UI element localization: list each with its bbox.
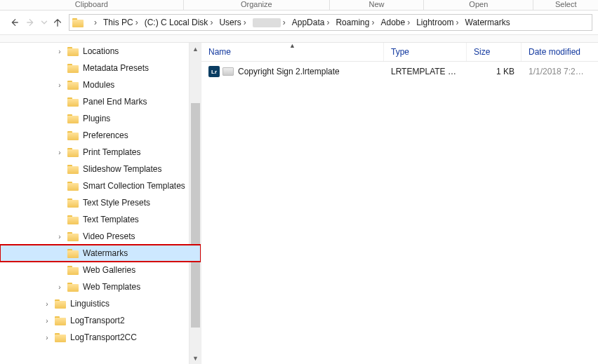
tree-item-linguistics[interactable]: ›Linguistics [0, 295, 201, 312]
scroll-thumb[interactable] [191, 103, 200, 328]
address-bar[interactable]: › This PC›(C:) C Local Disk›Users›User›A… [69, 14, 592, 31]
tree-scrollbar[interactable]: ▲ ▼ [189, 43, 201, 364]
tree-item-video-presets[interactable]: ›Video Presets [0, 228, 201, 245]
template-file-icon [222, 67, 234, 76]
breadcrumb-0[interactable]: This PC› [99, 15, 140, 30]
breadcrumb-5[interactable]: Roaming› [331, 15, 376, 30]
tree-item-locations[interactable]: ›Locations [0, 43, 201, 60]
expand-icon[interactable]: › [55, 233, 65, 241]
file-size: 1 KB [467, 67, 521, 76]
folder-tree[interactable]: ›LocationsMetadata Presets›ModulesPanel … [0, 43, 201, 364]
column-type[interactable]: Type [384, 43, 467, 61]
folder-icon [67, 97, 79, 107]
navigation-bar: › This PC›(C:) C Local Disk›Users›User›A… [0, 11, 598, 34]
ribbon-new[interactable]: New [330, 0, 423, 10]
column-date-label: Date modified [529, 47, 580, 57]
tree-item-text-templates[interactable]: Text Templates [0, 211, 201, 228]
breadcrumb-2[interactable]: Users› [215, 15, 248, 30]
tree-item-logtransport2cc[interactable]: ›LogTransport2CC [0, 329, 201, 346]
column-name[interactable]: ▲ Name [201, 43, 384, 61]
tree-item-label: Linguistics [70, 299, 109, 309]
tree-item-label: Panel End Marks [83, 97, 147, 107]
tree-item-smart-collection-templates[interactable]: Smart Collection Templates [0, 177, 201, 194]
breadcrumb-3[interactable]: User› [248, 15, 288, 30]
breadcrumb-7[interactable]: Lightroom› [412, 15, 460, 30]
breadcrumb-8[interactable]: Watermarks [461, 15, 512, 30]
folder-icon [67, 249, 79, 258]
tree-item-label: Print Templates [83, 147, 140, 157]
breadcrumb-6[interactable]: Adobe› [376, 15, 412, 30]
folder-icon [67, 81, 79, 90]
breadcrumb-label: Roaming [335, 18, 369, 27]
expand-icon[interactable]: › [42, 300, 52, 308]
breadcrumb-1[interactable]: (C:) C Local Disk› [140, 15, 215, 30]
tree-item-modules[interactable]: ›Modules [0, 76, 201, 93]
tree-item-label: Plugins [83, 114, 110, 123]
breadcrumb-4[interactable]: AppData› [288, 15, 332, 30]
scroll-up-button[interactable]: ▲ [190, 43, 201, 55]
up-button[interactable] [49, 14, 66, 31]
file-list: ▲ Name Type Size Date modified LrCopyrig… [201, 43, 598, 364]
ribbon-select[interactable]: Select [533, 0, 598, 10]
file-type: LRTEMPLATE File [384, 67, 467, 76]
expand-icon[interactable]: › [55, 149, 65, 156]
tree-item-label: Metadata Presets [83, 63, 149, 73]
tree-item-label: Smart Collection Templates [83, 181, 185, 191]
tree-item-label: Slideshow Templates [83, 164, 162, 174]
tree-item-metadata-presets[interactable]: Metadata Presets [0, 60, 201, 76]
scroll-down-button[interactable]: ▼ [190, 352, 201, 364]
main-area: ›LocationsMetadata Presets›ModulesPanel … [0, 43, 598, 364]
tree-item-web-templates[interactable]: ›Web Templates [0, 278, 201, 295]
tree-item-panel-end-marks[interactable]: Panel End Marks [0, 93, 201, 110]
breadcrumb-label: Watermarks [465, 18, 510, 27]
tree-item-label: LogTransport2CC [70, 332, 137, 342]
chevron-right-icon: › [456, 18, 459, 27]
expand-icon[interactable]: › [55, 283, 65, 291]
tree-item-watermarks[interactable]: Watermarks [0, 245, 201, 262]
tree-item-plugins[interactable]: Plugins [0, 110, 201, 127]
chevron-right-icon: › [283, 18, 286, 27]
forward-button[interactable] [22, 14, 39, 31]
back-button[interactable] [6, 14, 22, 31]
recent-dropdown[interactable] [39, 14, 49, 31]
chevron-right-icon: › [371, 18, 374, 27]
tree-item-preferences[interactable]: Preferences [0, 127, 201, 144]
expand-icon[interactable]: › [55, 48, 65, 55]
expand-icon[interactable]: › [55, 81, 65, 89]
ribbon-categories: ClipboardOrganizeNewOpenSelect [0, 0, 598, 11]
folder-icon [55, 299, 66, 309]
tree-item-label: Text Style Presets [83, 198, 150, 208]
folder-icon [67, 232, 79, 241]
ribbon-open[interactable]: Open [424, 0, 533, 10]
folder-icon [55, 333, 66, 342]
folder-icon [67, 47, 79, 56]
folder-icon [67, 148, 79, 157]
breadcrumb-label: This PC [103, 18, 133, 27]
ribbon-clipboard[interactable]: Clipboard [0, 0, 183, 10]
ribbon-organize[interactable]: Organize [184, 0, 329, 10]
column-size[interactable]: Size [467, 43, 521, 61]
chevron-right-icon: › [326, 18, 329, 27]
file-row[interactable]: LrCopyright Sign 2.lrtemplateLRTEMPLATE … [201, 62, 598, 81]
tree-item-web-galleries[interactable]: Web Galleries [0, 262, 201, 278]
expand-icon[interactable]: › [42, 317, 52, 325]
tree-item-text-style-presets[interactable]: Text Style Presets [0, 194, 201, 211]
toolbar-strip [0, 34, 598, 43]
folder-icon [67, 182, 79, 191]
breadcrumb-label: Users [219, 18, 241, 27]
tree-item-slideshow-templates[interactable]: Slideshow Templates [0, 161, 201, 177]
tree-item-print-templates[interactable]: ›Print Templates [0, 144, 201, 161]
breadcrumb-label: AppData [292, 18, 325, 27]
tree-item-logtransport2[interactable]: ›LogTransport2 [0, 312, 201, 329]
tree-item-label: Watermarks [83, 248, 128, 258]
breadcrumb-label: (C:) C Local Disk [145, 18, 208, 27]
column-name-label: Name [208, 47, 231, 57]
column-date[interactable]: Date modified [521, 43, 594, 61]
address-folder-icon[interactable] [72, 15, 88, 30]
expand-icon[interactable]: › [42, 334, 52, 342]
folder-icon [67, 131, 79, 140]
address-root-chevron[interactable]: › [88, 15, 99, 30]
column-type-label: Type [391, 47, 409, 57]
tree-item-label: Locations [83, 46, 119, 56]
sort-indicator-icon: ▲ [289, 42, 295, 49]
